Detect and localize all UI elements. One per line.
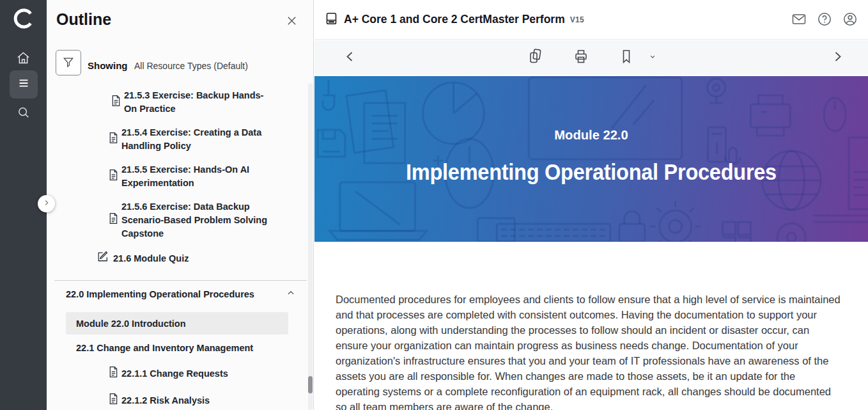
outline-item-label: 21.6 Module Quiz (113, 252, 189, 265)
copy-icon (527, 48, 543, 68)
course-title: A+ Core 1 and Core 2 CertMaster Perform (344, 13, 565, 26)
main-content-area: A+ Core 1 and Core 2 CertMaster Perform … (314, 0, 868, 410)
chevron-right-icon (830, 49, 845, 67)
document-icon (109, 393, 118, 409)
filter-value-label: All Resource Types (Default) (134, 61, 248, 71)
outline-item-label: 21.5.5 Exercise: Hands-On AI Experimenta… (121, 163, 272, 190)
module-banner: Module 22.0 Implementing Operational Pro… (314, 76, 868, 242)
messages-button[interactable] (791, 12, 807, 28)
course-version-badge: V15 (570, 15, 584, 24)
outline-item-21-5-6[interactable]: 21.5.6 Exercise: Data Backup Scenario-Ba… (109, 200, 288, 240)
header-actions (791, 0, 858, 40)
filter-funnel-icon (62, 56, 75, 70)
bookmark-dropdown-button[interactable] (648, 52, 657, 63)
outline-item-21-5-3[interactable]: 21.5.3 Exercise: Backup Hands-On Practic… (109, 89, 288, 116)
close-outline-button[interactable] (284, 14, 299, 29)
outline-item-label: 22.1.2 Risk Analysis (121, 394, 210, 407)
outline-item-label: 21.5.6 Exercise: Data Backup Scenario-Ba… (121, 200, 272, 240)
outline-section-22-1[interactable]: 22.1 Change and Inventory Management (76, 343, 314, 354)
quiz-edit-icon (97, 251, 109, 266)
outline-item-22-1-2[interactable]: 22.1.2 Risk Analysis (109, 393, 288, 409)
panel-expand-button[interactable] (38, 195, 55, 212)
outline-item-label: 21.5.4 Exercise: Creating a Data Handlin… (121, 126, 272, 153)
bookmark-icon (619, 49, 634, 67)
outline-section-22-0[interactable]: 22.0 Implementing Operational Procedures (47, 288, 314, 300)
ereader-book-icon (325, 12, 338, 28)
banner-module-title: Implementing Operational Procedures (334, 159, 848, 185)
outline-title: Outline (56, 10, 111, 29)
outline-item-21-6-quiz[interactable]: 21.6 Module Quiz (97, 251, 288, 266)
document-icon (109, 212, 118, 228)
outline-scrollbar-thumb[interactable] (308, 376, 313, 393)
outline-tree: 21.5.3 Exercise: Backup Hands-On Practic… (47, 82, 314, 409)
chevron-right-icon (42, 198, 51, 210)
home-button[interactable] (10, 46, 38, 72)
outline-item-label: Module 22.0 Introduction (76, 319, 186, 329)
bookmark-button[interactable] (619, 49, 634, 67)
document-icon (109, 366, 118, 382)
outline-item-22-1-1[interactable]: 22.1.1 Change Requests (109, 366, 288, 382)
close-icon (285, 14, 298, 29)
outline-section-label: 22.0 Implementing Operational Procedures (66, 289, 254, 299)
next-page-button[interactable] (830, 49, 845, 67)
outline-item-module-22-0-intro-selected[interactable]: Module 22.0 Introduction (66, 312, 288, 335)
search-button[interactable] (10, 101, 38, 127)
chevron-left-icon (343, 49, 358, 67)
mail-icon (791, 12, 807, 29)
filter-showing-label: Showing (88, 60, 128, 71)
print-icon (573, 48, 589, 68)
account-button[interactable] (842, 12, 858, 28)
outline-item-label: 22.1.1 Change Requests (121, 367, 228, 381)
search-icon (17, 106, 31, 122)
brand-logo-c (12, 7, 35, 33)
chevron-down-icon (648, 52, 657, 63)
filter-button[interactable] (56, 50, 81, 75)
document-icon (109, 95, 121, 111)
outline-item-label: 21.5.3 Exercise: Backup Hands-On Practic… (124, 89, 275, 116)
document-icon (109, 132, 118, 148)
course-header: A+ Core 1 and Core 2 CertMaster Perform … (314, 0, 868, 40)
outline-scrollbar-track[interactable] (308, 83, 313, 410)
previous-page-button[interactable] (343, 49, 358, 67)
outline-section-label: 22.1 Change and Inventory Management (76, 343, 253, 353)
print-button[interactable] (573, 48, 589, 68)
outline-panel: Outline Showing All Resource Types (Defa… (47, 0, 314, 410)
document-icon (109, 169, 118, 185)
lesson-paragraph: Documented procedures for employees and … (336, 292, 842, 410)
copy-pages-button[interactable] (527, 48, 543, 68)
outline-menu-button[interactable] (10, 70, 38, 99)
home-icon (16, 51, 31, 68)
menu-icon (17, 76, 31, 93)
chevron-up-icon (286, 288, 296, 300)
user-account-icon (842, 12, 858, 29)
outline-divider (54, 280, 307, 281)
help-button[interactable] (817, 12, 832, 28)
banner-module-number: Module 22.0 (325, 127, 856, 143)
outline-item-21-5-4[interactable]: 21.5.4 Exercise: Creating a Data Handlin… (109, 126, 288, 153)
reader-toolbar (314, 40, 868, 75)
outline-item-21-5-5[interactable]: 21.5.5 Exercise: Hands-On AI Experimenta… (109, 163, 288, 190)
help-question-icon (817, 12, 832, 29)
